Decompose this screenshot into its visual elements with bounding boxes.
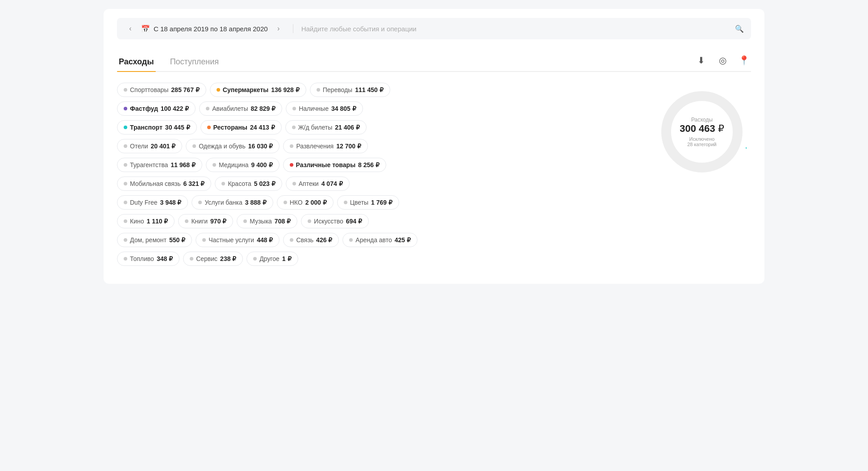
donut-amount: 300 463 ₽ xyxy=(680,123,724,135)
category-chip[interactable]: Рестораны 24 413 ₽ xyxy=(200,120,282,135)
chip-name: Аптеки xyxy=(299,180,319,187)
search-placeholder: Найдите любые события и операции xyxy=(301,25,730,33)
category-chip[interactable]: Duty Free 3 948 ₽ xyxy=(117,195,188,210)
main-content: Спорттовары 285 767 ₽Супермаркеты 136 92… xyxy=(117,83,751,266)
chip-value: 6 321 ₽ xyxy=(183,180,204,187)
chip-value: 1 769 ₽ xyxy=(371,199,392,206)
chip-name: Спорттовары xyxy=(130,86,168,93)
chip-name: Аренда авто xyxy=(355,236,392,244)
chip-dot-icon xyxy=(124,88,127,92)
chip-value: 20 401 ₽ xyxy=(150,143,175,150)
category-chip[interactable]: НКО 2 000 ₽ xyxy=(277,195,334,210)
chip-dot-icon xyxy=(124,144,127,148)
chip-name: Переводы xyxy=(323,86,352,93)
category-chip[interactable]: Сервис 238 ₽ xyxy=(183,252,243,266)
category-chip[interactable]: Одежда и обувь 16 030 ₽ xyxy=(186,139,280,153)
date-range: 📅 С 18 апреля 2019 по 18 апреля 2020 xyxy=(141,25,268,33)
filter-button[interactable]: ◎ xyxy=(715,53,730,67)
chip-dot-icon xyxy=(206,107,209,110)
chip-dot-icon xyxy=(290,238,293,242)
prev-button[interactable]: ‹ xyxy=(124,22,137,35)
chip-value: 111 450 ₽ xyxy=(355,86,384,93)
tab-expenses[interactable]: Расходы xyxy=(117,53,156,71)
category-chip[interactable]: Аренда авто 425 ₽ xyxy=(342,233,417,247)
chip-value: 16 030 ₽ xyxy=(248,143,273,150)
category-chip[interactable]: Кино 1 110 ₽ xyxy=(117,214,175,228)
category-chip[interactable]: Мобильная связь 6 321 ₽ xyxy=(117,177,211,191)
category-chip[interactable]: Музыка 708 ₽ xyxy=(237,214,297,228)
category-chip[interactable]: Фастфуд 100 422 ₽ xyxy=(117,101,196,116)
category-chip[interactable]: Наличные 34 805 ₽ xyxy=(286,101,363,116)
chip-dot-icon xyxy=(292,107,296,110)
category-chip[interactable]: Развлечения 12 700 ₽ xyxy=(283,139,367,153)
chip-dot-icon xyxy=(243,219,247,223)
chip-name: Фастфуд xyxy=(130,105,158,112)
chip-dot-icon xyxy=(213,163,216,167)
download-button[interactable]: ⬇ xyxy=(694,53,708,67)
calendar-icon: 📅 xyxy=(141,25,150,33)
category-chip[interactable]: Частные услуги 448 ₽ xyxy=(196,233,280,247)
category-chip[interactable]: Ж/д билеты 21 406 ₽ xyxy=(285,120,367,135)
category-chip[interactable]: Аптеки 4 074 ₽ xyxy=(286,177,350,191)
category-chip[interactable]: Переводы 111 450 ₽ xyxy=(310,83,390,97)
chip-value: 970 ₽ xyxy=(210,218,226,225)
chip-name: Наличные xyxy=(299,105,329,112)
chip-value: 426 ₽ xyxy=(316,236,332,244)
chip-dot-icon xyxy=(292,126,296,129)
next-button[interactable]: › xyxy=(272,22,285,35)
category-chip[interactable]: Дом, ремонт 550 ₽ xyxy=(117,233,192,247)
category-chip[interactable]: Другое 1 ₽ xyxy=(246,252,298,266)
category-chip[interactable]: Услуги банка 3 888 ₽ xyxy=(192,195,273,210)
chip-value: 100 422 ₽ xyxy=(161,105,189,112)
category-chip[interactable]: Транспорт 30 445 ₽ xyxy=(117,120,197,135)
category-chip[interactable]: Спорттовары 285 767 ₽ xyxy=(117,83,206,97)
category-chip[interactable]: Турагентства 11 968 ₽ xyxy=(117,158,202,172)
chip-dot-icon xyxy=(192,144,196,148)
category-row-6: Duty Free 3 948 ₽Услуги банка 3 888 ₽НКО… xyxy=(117,195,635,210)
categories-area: Спорттовары 285 767 ₽Супермаркеты 136 92… xyxy=(117,83,635,266)
category-chip[interactable]: Отели 20 401 ₽ xyxy=(117,139,182,153)
chip-dot-icon xyxy=(284,201,287,204)
chip-name: Музыка xyxy=(250,218,272,225)
chip-value: 8 256 ₽ xyxy=(358,161,380,168)
chip-name: Другое xyxy=(259,255,279,262)
chip-name: Супермаркеты xyxy=(223,86,268,93)
chip-name: Мобильная связь xyxy=(130,180,180,187)
chip-dot-icon xyxy=(253,257,257,261)
category-chip[interactable]: Авиабилеты 82 829 ₽ xyxy=(199,101,282,116)
category-row-3: Отели 20 401 ₽Одежда и обувь 16 030 ₽Раз… xyxy=(117,139,635,153)
category-row-7: Кино 1 110 ₽Книги 970 ₽Музыка 708 ₽Искус… xyxy=(117,214,635,228)
chip-name: Медицина xyxy=(219,161,249,168)
chip-name: Турагентства xyxy=(130,161,168,168)
category-chip[interactable]: Книги 970 ₽ xyxy=(178,214,233,228)
chip-name: Цветы xyxy=(350,199,368,206)
search-bar: ‹ 📅 С 18 апреля 2019 по 18 апреля 2020 ›… xyxy=(117,18,751,39)
chip-name: Развлечения xyxy=(296,143,334,150)
chip-name: Duty Free xyxy=(130,199,157,206)
chip-name: Сервис xyxy=(196,255,217,262)
tabs: Расходы Поступления ⬇ ◎ 📍 xyxy=(117,53,751,72)
category-chip[interactable]: Искусство 694 ₽ xyxy=(301,214,369,228)
category-chip[interactable]: Топливо 348 ₽ xyxy=(117,252,179,266)
category-chip[interactable]: Медицина 9 400 ₽ xyxy=(206,158,280,172)
chip-dot-icon xyxy=(221,182,225,185)
chip-dot-icon xyxy=(198,201,202,204)
chip-value: 21 406 ₽ xyxy=(335,124,360,131)
chip-value: 9 400 ₽ xyxy=(251,161,273,168)
tab-income[interactable]: Поступления xyxy=(168,53,221,71)
categories-grid: Спорттовары 285 767 ₽Супермаркеты 136 92… xyxy=(117,83,635,266)
category-chip[interactable]: Супермаркеты 136 928 ₽ xyxy=(210,83,306,97)
category-chip[interactable]: Связь 426 ₽ xyxy=(283,233,339,247)
chip-name: Частные услуги xyxy=(209,236,254,244)
chip-name: Кино xyxy=(130,218,144,225)
category-chip[interactable]: Цветы 1 769 ₽ xyxy=(337,195,399,210)
chip-name: Искусство xyxy=(314,218,343,225)
category-chip[interactable]: Красота 5 023 ₽ xyxy=(215,177,282,191)
chip-value: 1 ₽ xyxy=(282,255,292,262)
chip-value: 30 445 ₽ xyxy=(165,124,190,131)
category-chip[interactable]: Различные товары 8 256 ₽ xyxy=(283,158,386,172)
location-button[interactable]: 📍 xyxy=(737,53,751,67)
chip-dot-icon xyxy=(290,144,293,148)
search-icon[interactable]: 🔍 xyxy=(735,25,744,33)
category-row-0: Спорттовары 285 767 ₽Супермаркеты 136 92… xyxy=(117,83,635,97)
